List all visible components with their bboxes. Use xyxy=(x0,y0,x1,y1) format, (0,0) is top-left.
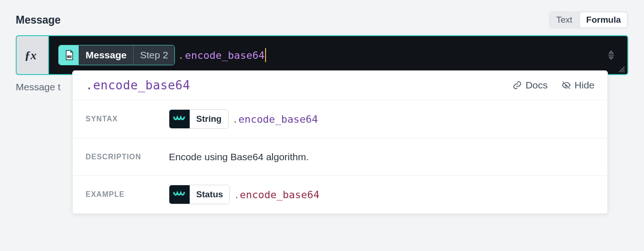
workato-icon xyxy=(169,185,190,204)
formula-method: .encode_base64 xyxy=(178,50,264,61)
link-icon xyxy=(513,81,522,90)
datapill[interactable]: LOG Message Step 2 xyxy=(58,45,175,65)
description-heading: DESCRIPTION xyxy=(86,153,169,161)
popover-title: .encode_base64 xyxy=(86,78,190,92)
text-cursor xyxy=(265,48,266,62)
syntax-heading: SYNTAX xyxy=(86,115,169,123)
syntax-chip-label: String xyxy=(190,110,228,128)
workato-icon xyxy=(169,110,190,128)
description-text: Encode using Base64 algorithm. xyxy=(169,151,594,163)
datapill-step: Step 2 xyxy=(134,45,175,65)
example-chip-label: Status xyxy=(190,185,229,204)
syntax-chip: String xyxy=(169,109,229,129)
mode-toggle: Text Formula xyxy=(549,11,628,29)
svg-text:LOG: LOG xyxy=(68,56,72,58)
field-label: Message xyxy=(16,14,61,26)
fx-icon: ƒx xyxy=(25,49,40,61)
svg-text:ƒx: ƒx xyxy=(25,49,37,61)
syntax-value: String .encode_base64 xyxy=(169,109,594,129)
example-value: Status .encode_base64 xyxy=(169,185,594,204)
log-icon: LOG xyxy=(59,45,79,65)
datapill-source: Message xyxy=(79,45,134,65)
tab-text[interactable]: Text xyxy=(549,12,579,28)
tab-formula[interactable]: Formula xyxy=(580,13,627,27)
formula-doc-popover: .encode_base64 Docs Hide SYNTAX xyxy=(72,70,608,214)
example-method: .encode_base64 xyxy=(234,189,319,201)
syntax-method: .encode_base64 xyxy=(232,113,318,125)
fx-button[interactable]: ƒx xyxy=(17,36,49,74)
docs-label: Docs xyxy=(526,80,548,91)
docs-link[interactable]: Docs xyxy=(513,80,548,91)
sort-icon xyxy=(607,50,615,61)
hide-icon xyxy=(562,81,571,90)
formula-editor[interactable]: ƒx LOG Message Step 2 .encode_base64 xyxy=(16,35,628,75)
example-heading: EXAMPLE xyxy=(86,190,169,199)
hide-label: Hide xyxy=(575,80,594,91)
formula-input[interactable]: LOG Message Step 2 .encode_base64 xyxy=(49,36,627,74)
resize-icon xyxy=(618,66,625,73)
example-chip: Status xyxy=(169,185,230,204)
hide-button[interactable]: Hide xyxy=(562,80,594,91)
